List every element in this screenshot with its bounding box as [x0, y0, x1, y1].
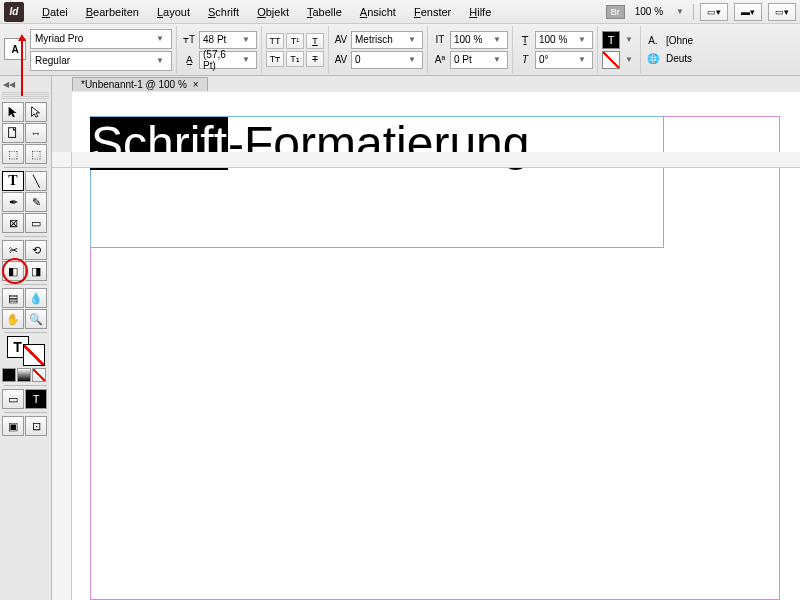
menu-objekt[interactable]: Objekt: [249, 3, 297, 21]
font-size-icon: ᴛT: [181, 32, 197, 48]
panel-grip[interactable]: [2, 92, 49, 100]
apply-gradient-button[interactable]: [17, 368, 31, 382]
app-icon: Id: [4, 2, 24, 22]
stroke-color-swatch[interactable]: [602, 51, 620, 69]
preview-view-button[interactable]: T: [25, 389, 47, 409]
skew-icon: T: [517, 52, 533, 68]
content-collector-tool[interactable]: ⬚: [2, 144, 24, 164]
vscale-input[interactable]: 100 %▼: [450, 31, 508, 49]
stroke-swatch[interactable]: [23, 344, 45, 366]
selection-tool[interactable]: [2, 102, 24, 122]
bridge-badge[interactable]: Br: [606, 5, 625, 19]
skew-input[interactable]: 0°▼: [535, 51, 593, 69]
apply-none-button[interactable]: [32, 368, 46, 382]
note-tool[interactable]: ▤: [2, 288, 24, 308]
line-tool[interactable]: ╲: [25, 171, 47, 191]
kerning-icon: A͏V: [333, 32, 349, 48]
view-options-icon[interactable]: ▭▾: [700, 3, 728, 21]
language-value[interactable]: Deuts: [663, 53, 695, 64]
direct-selection-tool[interactable]: [25, 102, 47, 122]
menu-layout[interactable]: Layout: [149, 3, 198, 21]
leading-icon: A̲: [181, 52, 197, 68]
normal-view-button[interactable]: ▭: [2, 389, 24, 409]
menu-ansicht[interactable]: Ansicht: [352, 3, 404, 21]
subscript-button[interactable]: T₁: [286, 51, 304, 67]
font-style-select[interactable]: Regular ▼: [30, 51, 172, 71]
fill-dropdown[interactable]: ▼: [622, 35, 636, 44]
menu-tabelle[interactable]: Tabelle: [299, 3, 350, 21]
pencil-tool[interactable]: ✎: [25, 192, 47, 212]
menubar: Id Datei Bearbeiten Layout Schrift Objek…: [0, 0, 800, 24]
type-tool[interactable]: T: [2, 171, 24, 191]
baseline-icon: Aª: [432, 52, 448, 68]
close-tab-icon[interactable]: ×: [193, 79, 199, 90]
stroke-dropdown[interactable]: ▼: [622, 55, 636, 64]
collapse-panel-icon[interactable]: ◀◀: [2, 80, 49, 89]
kerning-input[interactable]: Metrisch▼: [351, 31, 423, 49]
font-size-input[interactable]: 48 Pt▼: [199, 31, 257, 49]
hand-tool[interactable]: ✋: [2, 309, 24, 329]
scissors-tool[interactable]: ✂: [2, 240, 24, 260]
gap-tool[interactable]: ↔: [25, 123, 47, 143]
chevron-down-icon: ▼: [153, 34, 167, 43]
rectangle-frame-tool[interactable]: ⊠: [2, 213, 24, 233]
menu-hilfe[interactable]: Hilfe: [461, 3, 499, 21]
strikethrough-button[interactable]: T: [306, 51, 324, 67]
arrange-icon[interactable]: ▭▾: [768, 3, 796, 21]
smallcaps-button[interactable]: Tᴛ: [266, 51, 284, 67]
leading-input[interactable]: (57,6 Pt)▼: [199, 51, 257, 69]
horizontal-ruler[interactable]: [72, 152, 800, 168]
zoom-dropdown[interactable]: ▼: [673, 7, 687, 16]
superscript-button[interactable]: T¹: [286, 33, 304, 49]
free-transform-tool[interactable]: ⟲: [25, 240, 47, 260]
page[interactable]: Schrift-Formatierung: [90, 100, 800, 600]
apply-color-button[interactable]: [2, 368, 16, 382]
chevron-down-icon: ▼: [153, 56, 167, 65]
font-family-value: Myriad Pro: [35, 33, 83, 44]
menu-fenster[interactable]: Fenster: [406, 3, 459, 21]
hscale-input[interactable]: 100 %▼: [535, 31, 593, 49]
tools-panel: ◀◀ ↔ ⬚ ⬚ T ╲ ✒ ✎ ⊠ ▭ ✂ ⟲: [0, 76, 52, 600]
fill-color-swatch[interactable]: T: [602, 31, 620, 49]
zoom-tool[interactable]: 🔍: [25, 309, 47, 329]
font-style-value: Regular: [35, 55, 70, 66]
document-tab[interactable]: *Unbenannt-1 @ 100 % ×: [72, 77, 208, 91]
hscale-icon: Ṯ: [517, 32, 533, 48]
svg-rect-0: [9, 128, 16, 138]
page-tool[interactable]: [2, 123, 24, 143]
screen-mode-button[interactable]: ▣: [2, 416, 24, 436]
screen-mode-alt-button[interactable]: ⊡: [25, 416, 47, 436]
vscale-icon: IT: [432, 32, 448, 48]
annotation-arrow: [21, 36, 23, 96]
charstyle-value[interactable]: [Ohne: [663, 35, 696, 46]
font-family-select[interactable]: Myriad Pro ▼: [30, 29, 172, 49]
zoom-level[interactable]: 100 %: [631, 6, 667, 17]
gradient-feather-tool[interactable]: ◨: [25, 261, 47, 281]
menu-schrift[interactable]: Schrift: [200, 3, 247, 21]
allcaps-button[interactable]: TT: [266, 33, 284, 49]
ruler-origin[interactable]: [52, 152, 72, 168]
rectangle-tool[interactable]: ▭: [25, 213, 47, 233]
tracking-icon: A͏V: [333, 52, 349, 68]
underline-button[interactable]: T: [306, 33, 324, 49]
screen-mode-icon[interactable]: ▬▾: [734, 3, 762, 21]
content-placer-tool[interactable]: ⬚: [25, 144, 47, 164]
charstyle-icon: A.: [645, 33, 661, 49]
menu-bearbeiten[interactable]: Bearbeiten: [78, 3, 147, 21]
document-area: *Unbenannt-1 @ 100 % × Schrift-Formatier…: [72, 92, 800, 600]
pen-tool[interactable]: ✒: [2, 192, 24, 212]
gradient-swatch-tool[interactable]: ◧: [2, 261, 24, 281]
control-bar: A Myriad Pro ▼ Regular ▼ ᴛT 48 Pt▼ A̲ (5…: [0, 24, 800, 76]
baseline-input[interactable]: 0 Pt▼: [450, 51, 508, 69]
document-tab-title: *Unbenannt-1 @ 100 %: [81, 79, 187, 90]
fill-stroke-proxy[interactable]: T: [7, 336, 45, 366]
tracking-input[interactable]: 0▼: [351, 51, 423, 69]
eyedropper-tool[interactable]: 💧: [25, 288, 47, 308]
lang-icon: 🌐: [645, 51, 661, 67]
vertical-ruler[interactable]: [52, 168, 72, 600]
menu-datei[interactable]: Datei: [34, 3, 76, 21]
